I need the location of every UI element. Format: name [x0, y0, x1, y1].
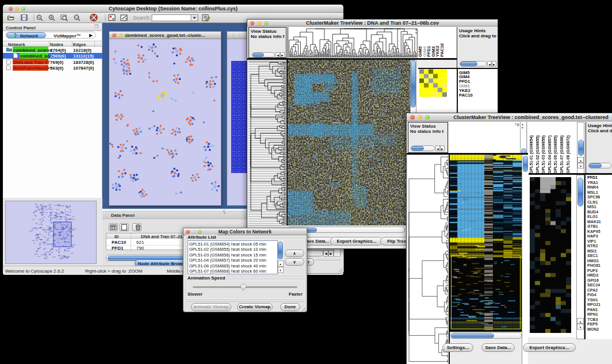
svg-text:GPL51-01 (GSM854): GPL51-01 (GSM854): [529, 135, 534, 174]
svg-text:GPL51-06 (GSM865): GPL51-06 (GSM865): [553, 135, 558, 174]
svg-text:1:1: 1:1: [75, 16, 79, 19]
svg-text:GPL51-07 (GSM868): GPL51-07 (GSM868): [560, 135, 564, 174]
svg-text:GPL51-02 (GSM855): GPL51-02 (GSM855): [536, 135, 540, 174]
svg-text:PAC10: PAC10: [439, 43, 445, 57]
svg-text:Search:: Search:: [133, 15, 151, 21]
svg-text:GPL51-03 (GSM856): GPL51-03 (GSM856): [541, 135, 546, 174]
svg-text:GPL51-04 (GSM857): GPL51-04 (GSM857): [548, 135, 552, 174]
svg-text:GPL51-08 (GSM872): GPL51-08 (GSM872): [566, 135, 571, 174]
